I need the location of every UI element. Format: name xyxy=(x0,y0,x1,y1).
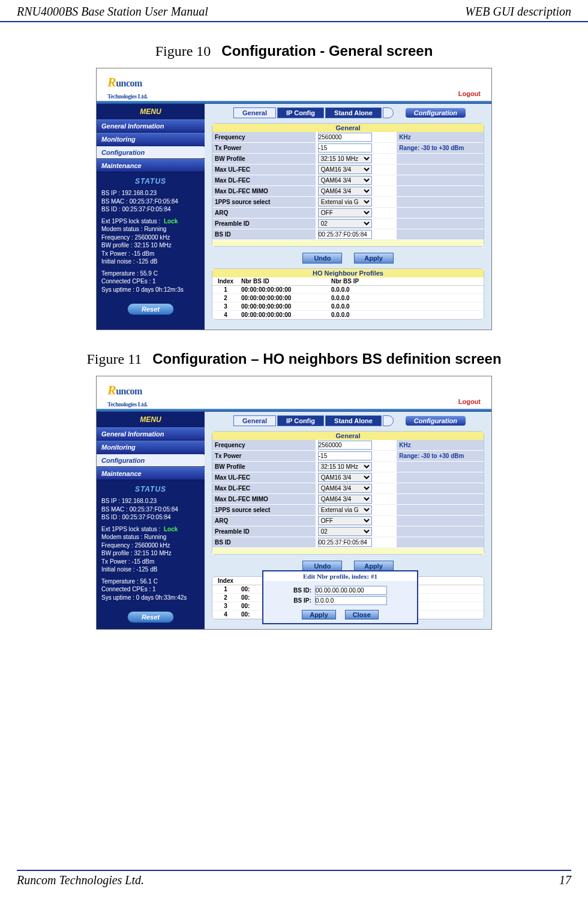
menu-general-information[interactable]: General Information xyxy=(97,427,205,441)
field-extra xyxy=(397,462,484,472)
field-extra: Range: -30 to +30 dBm xyxy=(397,143,484,154)
field-extra xyxy=(397,494,484,505)
mode-badge: Configuration xyxy=(406,416,466,426)
field-extra xyxy=(397,505,484,516)
tab-stand-alone[interactable]: Stand Alone xyxy=(325,415,382,426)
field-extra: KHz xyxy=(397,440,484,451)
field-input[interactable]: QAM64 3/4 xyxy=(318,495,372,504)
field-input[interactable] xyxy=(318,143,372,152)
field-input[interactable] xyxy=(318,451,372,460)
field-label: Max UL-FEC xyxy=(212,472,316,483)
menu-general-information[interactable]: General Information xyxy=(97,119,205,133)
tabstrip: General IP Config Stand Alone Configurat… xyxy=(209,104,487,123)
content-area: General IP Config Stand Alone Configurat… xyxy=(205,412,491,629)
col-nbr-bs-ip: Nbr BS IP xyxy=(329,277,484,285)
field-extra xyxy=(397,154,484,164)
field-extra: Range: -30 to +30 dBm xyxy=(397,451,484,462)
sidebar: MENU General Information Monitoring Conf… xyxy=(97,104,205,330)
tab-end-cap xyxy=(383,415,394,426)
menu-maintenance[interactable]: Maintenance xyxy=(97,159,205,172)
status-noise: Initial noise : -125 dB xyxy=(101,258,202,266)
field-extra xyxy=(397,516,484,526)
field-input[interactable]: QAM64 3/4 xyxy=(318,187,372,196)
field-extra xyxy=(397,472,484,483)
menu-title: MENU xyxy=(97,104,205,119)
menu-configuration[interactable]: Configuration xyxy=(97,146,207,159)
field-extra xyxy=(397,218,484,229)
col-index: Index xyxy=(212,577,239,585)
tab-general[interactable]: General xyxy=(233,107,276,118)
status-uptime: Sys uptime : 0 days 0h:12m:3s xyxy=(101,286,202,294)
logout-link[interactable]: Logout xyxy=(458,398,481,405)
status-cpes: Connected CPEs : 1 xyxy=(101,585,202,594)
field-label: Max DL-FEC MIMO xyxy=(212,186,316,197)
menu-configuration[interactable]: Configuration xyxy=(97,454,207,467)
sidebar: MENU General Information Monitoring Conf… xyxy=(97,412,205,629)
status-temp: Temperature : 56.1 C xyxy=(101,577,202,586)
status-bs-mac: BS MAC : 00:25:37:F0:05:84 xyxy=(101,197,202,206)
field-input[interactable] xyxy=(318,441,372,450)
dialog-bsid-input[interactable] xyxy=(315,586,387,595)
dialog-bsip-input[interactable] xyxy=(315,596,387,605)
menu-monitoring[interactable]: Monitoring xyxy=(97,133,205,146)
field-input[interactable]: QAM64 3/4 xyxy=(318,176,372,185)
field-extra xyxy=(397,483,484,494)
dialog-bsid-label: BS ID: xyxy=(293,587,311,594)
content-area: General IP Config Stand Alone Configurat… xyxy=(205,104,491,330)
field-input[interactable] xyxy=(318,538,372,547)
field-input[interactable] xyxy=(318,133,372,142)
reset-button[interactable]: Reset xyxy=(127,303,174,315)
dialog-apply-button[interactable]: Apply xyxy=(302,610,336,619)
reset-button[interactable]: Reset xyxy=(127,611,174,623)
field-extra: KHz xyxy=(397,132,484,143)
status-bs-mac: BS MAC : 00:25:37:F0:05:84 xyxy=(101,505,202,514)
general-panel-title: General xyxy=(212,432,484,440)
field-input[interactable]: OFF xyxy=(318,516,372,525)
table-row[interactable]: 300:00:00:00:00:000.0.0.0 xyxy=(212,303,484,311)
field-input[interactable] xyxy=(318,230,372,239)
tab-stand-alone[interactable]: Stand Alone xyxy=(325,107,382,118)
figure10-caption: Figure 10 Configuration - General screen xyxy=(0,43,588,59)
status-modem: Modem status : Running xyxy=(101,225,202,234)
field-label: 1PPS source select xyxy=(212,505,316,516)
doc-header-right: WEB GUI description xyxy=(465,5,571,19)
field-input[interactable]: External via G xyxy=(318,197,372,206)
field-input[interactable]: OFF xyxy=(318,208,372,217)
doc-header: RNU4000BS Base Station User Manual WEB G… xyxy=(0,0,588,22)
dialog-close-button[interactable]: Close xyxy=(345,610,379,619)
table-row[interactable]: 200:00:00:00:00:000.0.0.0 xyxy=(212,294,484,303)
field-input[interactable]: 32:15 10 MHz xyxy=(318,154,372,163)
tab-general[interactable]: General xyxy=(233,415,276,426)
field-label: BS ID xyxy=(212,537,316,548)
status-cpes: Connected CPEs : 1 xyxy=(101,277,202,286)
field-input[interactable]: QAM16 3/4 xyxy=(318,165,372,174)
field-input[interactable]: 32:15 10 MHz xyxy=(318,462,372,471)
table-row[interactable]: 400:00:00:00:00:000.0.0.0 xyxy=(212,311,484,319)
status-tx: Tx Power : -15 dBm xyxy=(101,558,202,566)
menu-monitoring[interactable]: Monitoring xyxy=(97,441,205,454)
status-bw: BW profile : 32:15 10 MHz xyxy=(101,549,202,558)
doc-header-left: RNU4000BS Base Station User Manual xyxy=(17,5,208,19)
field-input[interactable]: QAM64 3/4 xyxy=(318,484,372,493)
field-label: BW Profile xyxy=(212,154,316,164)
figure10-no: Figure 10 xyxy=(155,43,211,59)
field-label: Frequency xyxy=(212,132,316,143)
field-input[interactable]: QAM16 3/4 xyxy=(318,473,372,482)
field-extra xyxy=(397,164,484,175)
logout-link[interactable]: Logout xyxy=(458,90,481,97)
doc-footer-right: 17 xyxy=(559,873,571,887)
field-label: Tx Power xyxy=(212,451,316,462)
undo-button[interactable]: Undo xyxy=(302,253,342,264)
field-extra xyxy=(397,197,484,208)
field-input[interactable]: 02 xyxy=(318,219,372,228)
field-input[interactable]: External via G xyxy=(318,505,372,514)
table-row[interactable]: 100:00:00:00:00:000.0.0.0 xyxy=(212,286,484,294)
field-label: Preamble ID xyxy=(212,526,316,537)
status-pps: Ext 1PPS lock status : Lock xyxy=(101,217,202,226)
tab-ip-config[interactable]: IP Config xyxy=(277,415,324,426)
apply-button[interactable]: Apply xyxy=(354,253,394,264)
menu-maintenance[interactable]: Maintenance xyxy=(97,467,205,480)
field-label: BS ID xyxy=(212,229,316,240)
tab-ip-config[interactable]: IP Config xyxy=(277,107,324,118)
field-input[interactable]: 02 xyxy=(318,527,372,536)
